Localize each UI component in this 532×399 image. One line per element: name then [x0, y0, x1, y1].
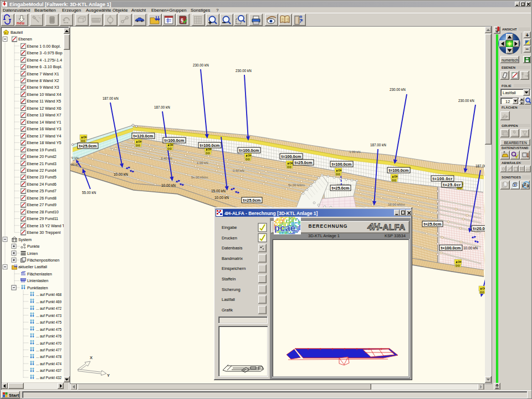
- svg-text:Ebene 17 Wand Y4: Ebene 17 Wand Y4: [27, 134, 62, 139]
- svg-text:Einspeichern: Einspeichern: [222, 266, 245, 271]
- svg-text:t=100.0cm: t=100.0cm: [165, 138, 185, 143]
- svg-text:Ebene 13 Wand X7: Ebene 13 Wand X7: [27, 112, 62, 117]
- svg-text:Ebene 9 Wand X3: Ebene 9 Wand X3: [27, 85, 59, 90]
- svg-text:Ebene 26 Fund8: Ebene 26 Fund8: [27, 196, 57, 201]
- svg-text:X: X: [90, 355, 93, 360]
- svg-text:1.00 kN: 1.00 kN: [349, 150, 361, 154]
- svg-text:... auf Punkt 432: ... auf Punkt 432: [36, 375, 62, 380]
- svg-text:Ebene 12 Wand X6: Ebene 12 Wand X6: [27, 106, 62, 111]
- svg-text:Ebene 11 Wand X5: Ebene 11 Wand X5: [27, 99, 62, 104]
- svg-text:Ebene 6 -3.10 Bopl.: Ebene 6 -3.10 Bopl.: [27, 64, 63, 69]
- svg-text:FLÄCHEN: FLÄCHEN: [502, 106, 518, 109]
- svg-text:GRUPPEN: GRUPPEN: [502, 124, 518, 127]
- svg-text:Ebene 4 -1.275/-1.4: Ebene 4 -1.275/-1.4: [27, 58, 63, 63]
- svg-text:numerisch: numerisch: [502, 58, 518, 62]
- svg-text:187.00 kN: 187.00 kN: [154, 105, 170, 109]
- svg-text:Ebene 1 0.00 Bopl.: Ebene 1 0.00 Bopl.: [27, 44, 61, 49]
- svg-text:Y: Y: [107, 373, 110, 378]
- svg-text:10.00 kN: 10.00 kN: [214, 196, 229, 200]
- svg-text:... auf Punkt 469: ... auf Punkt 469: [36, 299, 62, 304]
- svg-text:gruppe: gruppe: [512, 134, 519, 137]
- svg-text:Ebene 19 Fund1: Ebene 19 Fund1: [27, 147, 57, 152]
- svg-text:... auf Punkt 468: ... auf Punkt 468: [36, 292, 62, 297]
- svg-text:3D-KTL Anlage 1: 3D-KTL Anlage 1: [308, 233, 340, 238]
- svg-text:Eingabe: Eingabe: [222, 225, 237, 230]
- svg-text:10.00 kN: 10.00 kN: [114, 172, 128, 176]
- svg-text:Ebene 8 Wand X2: Ebene 8 Wand X2: [27, 78, 59, 83]
- svg-text:t=25.0cm: t=25.0cm: [424, 222, 442, 227]
- svg-text:230.00 kN: 230.00 kN: [458, 99, 474, 103]
- svg-text:... auf Punkt 437: ... auf Punkt 437: [36, 368, 62, 373]
- svg-text:... auf Punkt 475: ... auf Punkt 475: [36, 327, 62, 332]
- svg-text:Ebene 23 Fund5: Ebene 23 Fund5: [27, 175, 57, 180]
- svg-text:Sonstiges: Sonstiges: [191, 8, 210, 13]
- svg-text:... auf Punkt 474: ... auf Punkt 474: [36, 361, 62, 366]
- svg-text:Ebene 10 Wand X4: Ebene 10 Wand X4: [27, 92, 62, 97]
- svg-text:... auf Punkt 476: ... auf Punkt 476: [36, 334, 62, 339]
- svg-text:0.60 kN: 0.60 kN: [233, 169, 244, 172]
- svg-text:3: 3: [526, 183, 529, 188]
- svg-text:EingabeModul [Faltwerk: 3D-KTL: EingabeModul [Faltwerk: 3D-KTL Anlage 1]: [9, 2, 111, 7]
- svg-text:Ebene 24 Fund6: Ebene 24 Fund6: [27, 182, 57, 187]
- svg-text:t=100.0cm: t=100.0cm: [332, 162, 352, 167]
- svg-text:Datenbasis: Datenbasis: [222, 245, 243, 250]
- svg-text:... auf Punkt 473: ... auf Punkt 473: [36, 313, 62, 318]
- svg-text:?: ?: [216, 8, 219, 13]
- svg-text:t=25.0cr: t=25.0cr: [443, 182, 461, 187]
- svg-text:Punktlasten: Punktlasten: [27, 285, 48, 290]
- svg-text:SONSTIGES: SONSTIGES: [502, 176, 521, 179]
- svg-text:Drucken: Drucken: [222, 236, 237, 241]
- svg-text:4H-ALFA - Berechnung [3D-KTL A: 4H-ALFA - Berechnung [3D-KTL Anlage 1]: [224, 211, 318, 216]
- svg-text:Ebene 3 -0.975 Bop: Ebene 3 -0.975 Bop: [27, 50, 63, 55]
- svg-text:t=100.0cm: t=100.0cm: [389, 168, 409, 173]
- svg-text:187.00 kN: 187.00 kN: [103, 96, 119, 100]
- svg-text:pcae: pcae: [274, 223, 295, 233]
- svg-text:Ebene 16 Wand Y3: Ebene 16 Wand Y3: [27, 126, 62, 131]
- svg-text:alle: alle: [525, 168, 530, 171]
- svg-text:Ebene 25 Fund7: Ebene 25 Fund7: [27, 188, 57, 193]
- svg-text:5x.00 kN/m: 5x.00 kN/m: [288, 183, 305, 187]
- svg-text:1.00 kN: 1.00 kN: [197, 161, 208, 165]
- svg-text:Ebene 15 Y2 Wand T: Ebene 15 Y2 Wand T: [27, 223, 65, 228]
- svg-text:Punkte: Punkte: [27, 244, 39, 249]
- svg-text:Start: Start: [9, 393, 19, 398]
- svg-text:Linien: Linien: [27, 251, 38, 256]
- svg-text:... auf Punkt 472: ... auf Punkt 472: [36, 306, 62, 311]
- svg-text:FOLIE: FOLIE: [502, 84, 511, 88]
- svg-text:+: +: [526, 32, 529, 38]
- svg-text:Lastfall: Lastfall: [222, 297, 235, 302]
- svg-text:55.00 kN: 55.00 kN: [82, 191, 96, 195]
- svg-text:0.40 kN: 0.40 kN: [161, 157, 172, 160]
- svg-text:t=25.0cm: t=25.0cm: [295, 160, 313, 165]
- svg-text:Bauteil: Bauteil: [11, 30, 23, 35]
- svg-text:Erzeugen: Erzeugen: [62, 8, 81, 13]
- svg-text:Flächenlasten: Flächenlasten: [27, 272, 52, 277]
- svg-text:Ansicht: Ansicht: [131, 8, 146, 13]
- svg-text:230.00 kN: 230.00 kN: [236, 69, 252, 73]
- svg-text:t=100.0cm: t=100.0cm: [239, 148, 259, 153]
- svg-text:-ALFA: -ALFA: [380, 222, 406, 232]
- svg-text:Ausgewählte Objekte: Ausgewählte Objekte: [86, 8, 128, 13]
- svg-text:12: 12: [505, 99, 510, 104]
- svg-text:Bandmatrix: Bandmatrix: [222, 256, 243, 261]
- svg-text:ANSICHT: ANSICHT: [502, 28, 517, 31]
- svg-text:Ebene 30 Treppenl: Ebene 30 Treppenl: [27, 230, 61, 235]
- svg-text:230.00 kN: 230.00 kN: [193, 63, 209, 67]
- svg-text:Staffeln: Staffeln: [222, 277, 236, 282]
- svg-text:t=25.0cm: t=25.0cm: [79, 144, 97, 149]
- svg-text:t=100.0cm: t=100.0cm: [200, 143, 220, 148]
- svg-text:−: −: [526, 46, 529, 52]
- svg-text:10.00 kN: 10.00 kN: [463, 246, 478, 250]
- svg-text:... auf Punkt 477: ... auf Punkt 477: [36, 347, 62, 352]
- svg-text:t=100.0cm: t=100.0cm: [282, 154, 301, 159]
- svg-text:Ebene 21 Fund3: Ebene 21 Fund3: [27, 161, 57, 166]
- svg-text:BERECHNUNG: BERECHNUNG: [309, 223, 348, 229]
- svg-text:Bearbeiten: Bearbeiten: [34, 8, 56, 13]
- svg-text:230.00 kN: 230.00 kN: [390, 88, 406, 91]
- svg-text:Ebene 27 Fund9: Ebene 27 Fund9: [27, 202, 57, 207]
- svg-text:Datenzustand: Datenzustand: [3, 8, 30, 13]
- svg-text:Flächenpositionen: Flächenpositionen: [27, 258, 59, 263]
- svg-text:Ebene 29 Fund11: Ebene 29 Fund11: [27, 216, 59, 221]
- svg-text:10.00 kN: 10.00 kN: [161, 183, 176, 187]
- svg-text:Linienlasten: Linienlasten: [27, 278, 48, 283]
